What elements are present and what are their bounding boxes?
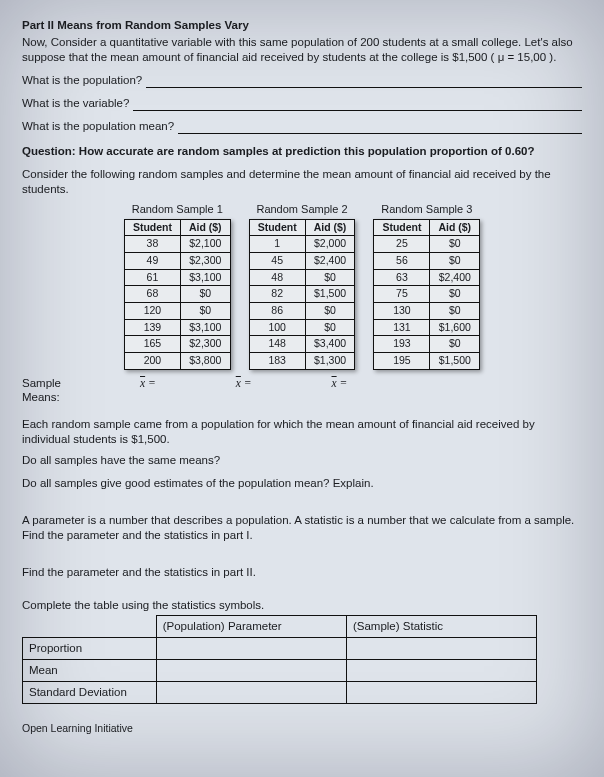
col-student: Student [124, 219, 180, 236]
table-row: 1$2,000 [249, 236, 355, 253]
cell-blank[interactable] [156, 659, 346, 681]
table-row: 200$3,800 [124, 352, 230, 369]
sample-3-table: StudentAid ($)25$056$063$2,40075$0130$01… [373, 219, 480, 370]
sample-1-block: Random Sample 1 StudentAid ($)38$2,10049… [124, 202, 231, 369]
cell-aid: $3,800 [180, 352, 230, 369]
cell-student: 38 [124, 236, 180, 253]
table-row: 56$0 [374, 253, 480, 270]
symbols-table: (Population) Parameter (Sample) Statisti… [22, 615, 537, 704]
sample-means-row: Sample Means: = = = [22, 376, 582, 406]
cell-student: 48 [249, 269, 305, 286]
cell-student: 56 [374, 253, 430, 270]
table-row: 45$2,400 [249, 253, 355, 270]
table-row: Standard Deviation [23, 681, 537, 703]
table-row: 183$1,300 [249, 352, 355, 369]
row-label-proportion: Proportion [23, 637, 157, 659]
cell-aid: $2,000 [305, 236, 355, 253]
cell-aid: $2,400 [305, 253, 355, 270]
cell-student: 100 [249, 319, 305, 336]
means-labels: Sample Means: [22, 376, 92, 406]
cell-aid: $0 [430, 302, 480, 319]
cell-aid: $0 [305, 319, 355, 336]
table-row: 25$0 [374, 236, 480, 253]
cell-student: 183 [249, 352, 305, 369]
cell-blank[interactable] [346, 681, 536, 703]
symbols-header-parameter: (Population) Parameter [156, 615, 346, 637]
table-row: 165$2,300 [124, 336, 230, 353]
table-row: (Population) Parameter (Sample) Statisti… [23, 615, 537, 637]
cell-student: 120 [124, 302, 180, 319]
sample-1-table: StudentAid ($)38$2,10049$2,30061$3,10068… [124, 219, 231, 370]
cell-aid: $3,100 [180, 319, 230, 336]
table-row: Mean [23, 659, 537, 681]
means-values: = = = [110, 376, 347, 391]
table-row: StudentAid ($) [374, 219, 480, 236]
table-row: 139$3,100 [124, 319, 230, 336]
col-aid: Aid ($) [180, 219, 230, 236]
table-row: 68$0 [124, 286, 230, 303]
table-row: StudentAid ($) [249, 219, 355, 236]
col-aid: Aid ($) [430, 219, 480, 236]
sample-label: Sample [22, 376, 92, 391]
cell-student: 49 [124, 253, 180, 270]
table-row: 61$3,100 [124, 269, 230, 286]
note-population-mean: Each random sample came from a populatio… [22, 417, 582, 447]
blank-line[interactable] [133, 98, 582, 111]
sample-2-title: Random Sample 2 [249, 202, 356, 216]
symbols-header-statistic: (Sample) Statistic [346, 615, 536, 637]
cell-student: 130 [374, 302, 430, 319]
parameter-definition-block: A parameter is a number that describes a… [22, 513, 582, 543]
xbar-3: = [332, 376, 348, 391]
cell-blank[interactable] [346, 659, 536, 681]
cell-aid: $2,300 [180, 253, 230, 270]
cell-blank[interactable] [156, 681, 346, 703]
cell-aid: $2,400 [430, 269, 480, 286]
cell-blank[interactable] [156, 637, 346, 659]
prompt-population-label: What is the population? [22, 73, 142, 88]
blank-line[interactable] [146, 75, 582, 88]
cell-student: 165 [124, 336, 180, 353]
intro-text: Now, Consider a quantitative variable wi… [22, 35, 582, 65]
cell-aid: $0 [180, 286, 230, 303]
xbar-2: = [236, 376, 252, 391]
prompt-popmean-label: What is the population mean? [22, 119, 174, 134]
cell-student: 1 [249, 236, 305, 253]
sample-3-block: Random Sample 3 StudentAid ($)25$056$063… [373, 202, 480, 369]
cell-aid: $0 [305, 302, 355, 319]
table-row: StudentAid ($) [124, 219, 230, 236]
cell-student: 25 [374, 236, 430, 253]
prompt-variable: What is the variable? [22, 96, 582, 111]
symbols-section: Complete the table using the statistics … [22, 598, 582, 704]
blank-line[interactable] [178, 121, 582, 134]
part-title: Part II Means from Random Samples Vary [22, 18, 582, 33]
means-label: Means: [22, 390, 92, 405]
cell-aid: $0 [430, 236, 480, 253]
table-row: 148$3,400 [249, 336, 355, 353]
cell-aid: $1,500 [430, 352, 480, 369]
table-row: 82$1,500 [249, 286, 355, 303]
table-row: 75$0 [374, 286, 480, 303]
cell-student: 68 [124, 286, 180, 303]
cell-student: 193 [374, 336, 430, 353]
complete-table-label: Complete the table using the statistics … [22, 598, 582, 613]
cell-aid: $0 [430, 286, 480, 303]
footer-text: Open Learning Initiative [22, 722, 582, 736]
symbols-header-empty [23, 615, 157, 637]
table-row: 49$2,300 [124, 253, 230, 270]
parameter-definition: A parameter is a number that describes a… [22, 513, 582, 528]
sample-3-title: Random Sample 3 [373, 202, 480, 216]
samples-row: Random Sample 1 StudentAid ($)38$2,10049… [22, 202, 582, 369]
cell-student: 45 [249, 253, 305, 270]
cell-aid: $0 [430, 253, 480, 270]
table-row: 130$0 [374, 302, 480, 319]
col-student: Student [249, 219, 305, 236]
cell-blank[interactable] [346, 637, 536, 659]
xbar-1: = [140, 376, 156, 391]
cell-student: 75 [374, 286, 430, 303]
table-row: 38$2,100 [124, 236, 230, 253]
table-row: 131$1,600 [374, 319, 480, 336]
cell-student: 63 [374, 269, 430, 286]
table-row: Proportion [23, 637, 537, 659]
sample-2-table: StudentAid ($)1$2,00045$2,40048$082$1,50… [249, 219, 356, 370]
cell-student: 82 [249, 286, 305, 303]
